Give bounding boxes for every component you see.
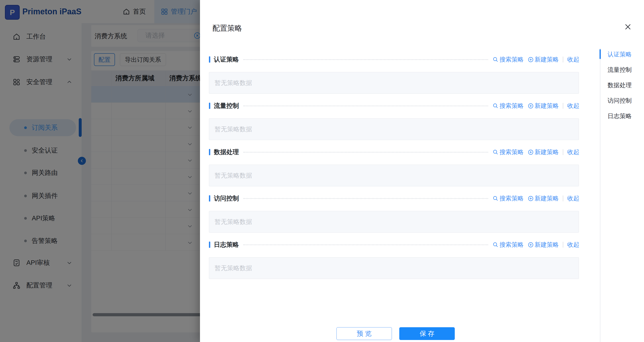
collapse-link[interactable]: 收起 [567, 56, 579, 64]
create-policy-link[interactable]: 新建策略 [528, 148, 559, 156]
search-icon [492, 56, 498, 63]
section-accent-bar [209, 103, 210, 109]
section-title: 认证策略 [214, 55, 239, 64]
search-policy-link[interactable]: 搜索策略 [492, 56, 524, 64]
dotted-leader [243, 59, 488, 60]
anchor-rail [600, 48, 600, 342]
collapse-link[interactable]: 收起 [567, 102, 579, 110]
policy-empty-box-access: 暂无策略数据 [209, 211, 579, 232]
policy-section-header-traffic: 流量控制 搜索策略 新建策略 收起 [209, 101, 579, 110]
configure-policy-drawer: 配置策略 认证策略 搜索策略 新建策略 收起 暂无策略数据 流量控制 搜索策 [200, 0, 644, 342]
collapse-link[interactable]: 收起 [567, 241, 579, 249]
create-policy-link[interactable]: 新建策略 [528, 241, 559, 249]
policy-empty-box-data: 暂无策略数据 [209, 165, 579, 186]
plus-circle-icon [528, 103, 534, 109]
plus-circle-icon [528, 56, 534, 63]
anchor-traffic[interactable]: 流量控制 [608, 66, 632, 74]
collapse-link[interactable]: 收起 [567, 148, 579, 156]
policy-empty-box-auth: 暂无策略数据 [209, 72, 579, 94]
divider [563, 56, 563, 62]
anchor-data[interactable]: 数据处理 [608, 81, 632, 89]
dotted-leader [243, 244, 488, 245]
anchor-active-indicator [600, 49, 601, 59]
plus-circle-icon [528, 149, 534, 155]
collapse-link[interactable]: 收起 [567, 194, 579, 202]
close-icon [624, 22, 632, 31]
search-policy-link[interactable]: 搜索策略 [492, 241, 524, 249]
dotted-leader [243, 106, 488, 106]
section-title: 访问控制 [214, 194, 239, 203]
search-policy-link[interactable]: 搜索策略 [492, 194, 524, 202]
section-title: 日志策略 [214, 240, 239, 249]
anchor-log[interactable]: 日志策略 [608, 112, 632, 120]
create-policy-link[interactable]: 新建策略 [528, 56, 559, 64]
dotted-leader [243, 152, 488, 152]
policy-empty-box-log: 暂无策略数据 [209, 257, 579, 279]
anchor-auth[interactable]: 认证策略 [608, 50, 632, 58]
divider [563, 242, 563, 248]
create-policy-link[interactable]: 新建策略 [528, 194, 559, 202]
section-accent-bar [209, 56, 210, 63]
drawer-close-button[interactable] [622, 20, 634, 33]
plus-circle-icon [528, 242, 534, 248]
section-title: 流量控制 [214, 102, 239, 110]
section-accent-bar [209, 195, 210, 202]
divider [563, 103, 563, 109]
policy-section-header-data: 数据处理 搜索策略 新建策略 收起 [209, 148, 579, 156]
search-icon [492, 149, 498, 155]
divider [563, 196, 563, 201]
section-accent-bar [209, 242, 210, 248]
policy-section-header-auth: 认证策略 搜索策略 新建策略 收起 [209, 55, 579, 64]
divider [563, 149, 563, 155]
empty-text: 暂无策略数据 [214, 218, 252, 226]
policy-section-header-access: 访问控制 搜索策略 新建策略 收起 [209, 194, 579, 203]
search-icon [492, 242, 498, 248]
app-screen: P Primeton iPaaS 首页 管理门户 工作台 资源管理 安全管理 [0, 0, 644, 342]
search-icon [492, 103, 498, 109]
empty-text: 暂无策略数据 [214, 125, 252, 134]
anchor-access[interactable]: 访问控制 [608, 97, 632, 105]
empty-text: 暂无策略数据 [214, 79, 252, 87]
search-policy-link[interactable]: 搜索策略 [492, 148, 524, 156]
create-policy-link[interactable]: 新建策略 [528, 102, 559, 110]
save-button[interactable]: 保 存 [399, 327, 455, 340]
search-icon [492, 196, 498, 202]
empty-text: 暂无策略数据 [214, 171, 252, 180]
policy-section-header-log: 日志策略 搜索策略 新建策略 收起 [209, 240, 579, 249]
section-title: 数据处理 [214, 148, 239, 156]
dotted-leader [243, 198, 488, 199]
drawer-title: 配置策略 [212, 23, 242, 33]
plus-circle-icon [528, 196, 534, 202]
policy-empty-box-traffic: 暂无策略数据 [209, 118, 579, 140]
empty-text: 暂无策略数据 [214, 264, 252, 272]
search-policy-link[interactable]: 搜索策略 [492, 102, 524, 110]
section-accent-bar [209, 149, 210, 155]
preview-button[interactable]: 预 览 [336, 327, 392, 340]
